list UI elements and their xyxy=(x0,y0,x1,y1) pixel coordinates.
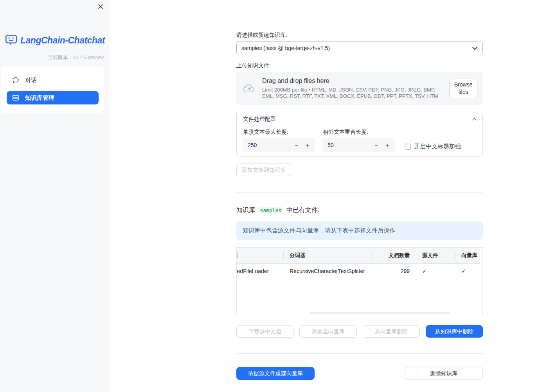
cell-loader: UnstructuredFileLoader xyxy=(237,263,283,279)
kb-files-suffix: 中已有文件: xyxy=(286,207,319,213)
column-header-splitter[interactable]: 分词器 xyxy=(283,248,373,263)
dropzone-text: Drag and drop files here Limit 200MB per… xyxy=(262,77,448,99)
increment-button[interactable]: + xyxy=(302,142,313,149)
overlap-size-input[interactable]: 50 − + xyxy=(323,138,395,152)
cell-vector-store-check: ✓ xyxy=(455,263,480,279)
decrement-button[interactable]: − xyxy=(291,142,302,149)
add-files-to-kb-button[interactable]: 添加文件到知识库 xyxy=(236,164,291,176)
sidebar-item-dialogue[interactable]: 对话 xyxy=(7,74,99,87)
upload-cloud-icon xyxy=(243,83,256,94)
column-header-doc-count[interactable]: 文档数量 xyxy=(373,248,416,263)
version-value: v0.2.6-preview xyxy=(73,55,104,60)
file-config-title: 文件处理配置 xyxy=(243,116,276,123)
kb-files-heading: 知识库 samples 中已有文件: xyxy=(236,206,483,214)
add-to-vector-store-button[interactable]: 添加至向量库 xyxy=(299,325,356,338)
close-icon xyxy=(97,3,104,10)
cell-doc-count: 299 xyxy=(373,263,416,279)
table-row[interactable]: UnstructuredFileLoader RecursiveCharacte… xyxy=(237,263,480,279)
column-header-source-file[interactable]: 源文件 xyxy=(416,248,455,263)
chevron-down-icon xyxy=(472,45,477,50)
kb-name-code: samples xyxy=(258,207,283,214)
table-viewport: 文档加载器 分词器 文档数量 源文件 向量库 UnstructuredFileL… xyxy=(237,248,480,315)
chat-bubble-icon xyxy=(12,77,19,84)
cell-splitter: RecursiveCharacterTextSplitter xyxy=(283,263,373,279)
rebuild-vector-store-button[interactable]: 依据源文件重建向量库 xyxy=(236,367,315,380)
app-logo: LangChain-Chatchat xyxy=(5,34,105,47)
browse-files-button[interactable]: Browse files xyxy=(449,79,477,98)
main-content: 请选择或新建知识库: samples (faiss @ bge-large-zh… xyxy=(236,0,483,380)
cell-source-file-check: ✓ xyxy=(416,263,455,279)
zh-title-enhance-field: 开启中文标题加强 xyxy=(405,141,461,152)
column-header-loader[interactable]: 文档加载器 xyxy=(237,248,283,263)
decrement-button[interactable]: − xyxy=(371,142,382,149)
info-banner: 知识库中包含源文件与向量库，请从下表中选择文件后操作 xyxy=(236,221,483,240)
dropzone-limit: Limit 200MB per file • HTML, MD, JSON, C… xyxy=(262,87,448,99)
chunk-size-field: 单段文本最大长度: 250 − + xyxy=(243,129,315,152)
chunk-size-value: 250 xyxy=(248,142,257,148)
delete-from-vector-store-button[interactable]: 从向量库删除 xyxy=(363,325,420,338)
version-info: 当前版本：v0.2.6-preview xyxy=(48,54,104,61)
sidebar-item-label: 对话 xyxy=(25,77,37,84)
delete-kb-button[interactable]: 删除知识库 xyxy=(405,367,483,380)
version-label: 当前版本： xyxy=(48,54,73,60)
file-config-expander-header[interactable]: 文件处理配置 xyxy=(237,112,482,126)
sidebar-menu: 对话 知识库管理 xyxy=(1,66,104,113)
sidebar-item-knowledge-base[interactable]: 知识库管理 xyxy=(7,91,99,104)
file-action-buttons: 下载选中文档 添加至向量库 从向量库删除 从知识库中删除 xyxy=(236,325,483,338)
delete-from-kb-button[interactable]: 从知识库中删除 xyxy=(426,325,483,338)
kb-files-table: 文档加载器 分词器 文档数量 源文件 向量库 UnstructuredFileL… xyxy=(236,247,483,315)
column-header-vector-store[interactable]: 向量库 xyxy=(455,248,480,263)
dropzone-title: Drag and drop files here xyxy=(262,77,448,85)
overlap-size-field: 相邻文本重合长度: 50 − + xyxy=(323,129,395,152)
info-banner-text: 知识库中包含源文件与向量库，请从下表中选择文件后操作 xyxy=(243,227,395,234)
download-selected-button[interactable]: 下载选中文档 xyxy=(236,325,293,338)
upload-label: 上传知识文件: xyxy=(236,62,483,69)
table-header-row: 文档加载器 分词器 文档数量 源文件 向量库 xyxy=(237,248,480,263)
chevron-up-icon xyxy=(472,118,476,122)
kb-select-value: samples (faiss @ bge-large-zh-v1.5) xyxy=(241,45,330,51)
zh-title-enhance-checkbox[interactable] xyxy=(405,144,411,150)
zh-title-enhance-label: 开启中文标题加强 xyxy=(414,143,461,150)
kb-action-buttons: 依据源文件重建向量库 删除知识库 xyxy=(236,367,483,380)
overlap-size-value: 50 xyxy=(328,142,334,148)
file-config-expander: 文件处理配置 单段文本最大长度: 250 − + 相邻文本重合长度: 50 xyxy=(236,112,483,156)
knowledge-base-icon xyxy=(12,94,19,101)
overlap-size-label: 相邻文本重合长度: xyxy=(323,129,395,135)
chunk-size-label: 单段文本最大长度: xyxy=(243,129,315,135)
horizontal-scrollbar-thumb[interactable] xyxy=(310,312,450,314)
sidebar: LangChain-Chatchat 当前版本：v0.2.6-preview 对… xyxy=(0,0,110,392)
close-sidebar-button[interactable] xyxy=(97,3,104,10)
app-title: LangChain-Chatchat xyxy=(20,35,105,46)
kb-files-prefix: 知识库 xyxy=(236,207,255,213)
divider xyxy=(236,192,483,193)
kb-select-label: 请选择或新建知识库: xyxy=(236,32,483,38)
divider xyxy=(236,353,483,354)
kb-select[interactable]: samples (faiss @ bge-large-zh-v1.5) xyxy=(236,41,483,55)
chunk-size-input[interactable]: 250 − + xyxy=(243,138,315,152)
chat-logo-icon xyxy=(5,34,18,47)
increment-button[interactable]: + xyxy=(382,142,393,149)
file-config-body: 单段文本最大长度: 250 − + 相邻文本重合长度: 50 − + xyxy=(237,126,482,152)
vertical-scrollbar[interactable] xyxy=(480,248,482,315)
file-dropzone[interactable]: Drag and drop files here Limit 200MB per… xyxy=(236,72,483,105)
sidebar-item-label: 知识库管理 xyxy=(25,94,54,102)
